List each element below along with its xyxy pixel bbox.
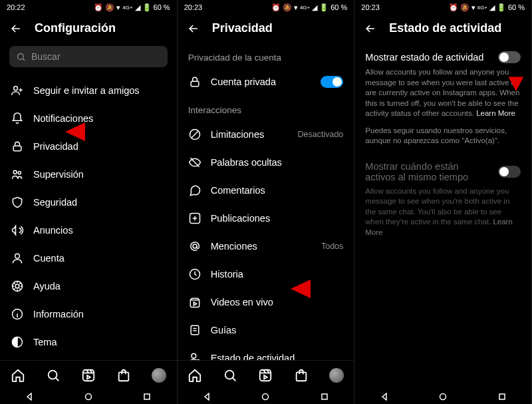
row-privacidad[interactable]: Privacidad [0,132,177,160]
slash-circle-icon [188,128,201,141]
row-cuenta-privada[interactable]: Cuenta privada [178,68,354,96]
shop-icon[interactable] [116,368,131,383]
sys-home-icon[interactable] [261,393,269,401]
sys-recent-icon[interactable] [321,393,329,401]
sys-back-icon[interactable] [25,393,33,401]
page-title: Configuración [35,21,116,35]
row-label: Limitaciones [211,129,289,140]
sys-back-icon[interactable] [203,393,211,401]
row-limitaciones[interactable]: Limitaciones Desactivado [178,120,354,148]
row-videos-vivo[interactable]: Videos en vivo [178,288,354,316]
row-notificaciones[interactable]: Notificaciones [0,104,177,132]
profile-avatar[interactable] [152,368,166,383]
home-icon[interactable] [188,368,202,383]
search-nav-icon[interactable] [223,368,237,383]
svg-rect-12 [119,372,129,381]
mute-icon: 🔕 [283,3,292,12]
row-label: Anuncios [33,225,166,236]
row-seguir[interactable]: Seguir e invitar a amigos [0,77,177,104]
shop-icon[interactable] [294,368,309,383]
svg-point-1 [14,87,18,91]
row-menciones[interactable]: Menciones Todos [178,232,354,260]
section-account-privacy: Privacidad de la cuenta [178,43,354,68]
row-guias[interactable]: Guías [178,316,354,344]
page-header: Configuración [0,15,177,43]
sys-recent-icon[interactable] [498,393,506,401]
setting-label: Mostrar estado de actividad [365,52,483,63]
network-text: 4G+ [477,5,487,11]
search-nav-icon[interactable] [46,368,61,383]
row-label: Privacidad [33,141,166,152]
toggle-show-activity[interactable] [498,51,521,63]
page-header: Privacidad [178,15,354,43]
sys-home-icon[interactable] [84,393,92,401]
status-icons: ⏰ 🔕 ▾ 4G+ ◢ 🔋 60 % [94,3,170,12]
row-informacion[interactable]: Información [0,300,177,328]
reels-icon[interactable] [258,368,273,383]
back-icon[interactable] [364,22,377,35]
svg-point-24 [225,370,234,379]
screen-privacidad: 20:23 ⏰ 🔕 ▾ 4G+ ◢ 🔋 60 % Privacidad Priv… [178,0,355,404]
row-label: Información [33,309,166,319]
hidden-icon [188,156,201,169]
toggle-private-account[interactable] [321,76,343,88]
battery-pct: 60 % [331,3,347,11]
history-icon [188,268,201,281]
status-icons: ⏰ 🔕 ▾ 4G+ ◢ 🔋 60 % [449,3,525,12]
battery-icon: 🔋 [142,3,152,12]
bottom-nav [0,360,177,389]
at-icon [188,240,201,253]
svg-point-27 [263,394,269,400]
svg-point-18 [193,244,197,248]
system-nav [0,389,177,404]
home-icon[interactable] [11,368,25,383]
learn-more-link[interactable]: Learn More [476,109,515,117]
shield-icon [11,196,24,209]
row-status: Desactivado [298,130,344,139]
row-supervision[interactable]: Supervisión [0,160,177,188]
svg-point-13 [85,394,91,400]
row-palabras-ocultas[interactable]: Palabras ocultas [178,148,354,176]
row-tema[interactable]: Tema [0,328,177,356]
sys-home-icon[interactable] [439,393,447,401]
setting-description-disabled: Allow accounts you follow and anyone you… [354,186,531,245]
battery-pct: 60 % [154,3,170,11]
row-label: Historia [211,269,344,280]
plus-square-icon [188,212,201,225]
svg-rect-20 [191,325,199,334]
toggle-same-chat[interactable] [498,166,521,178]
row-label: Guías [211,325,344,335]
theme-icon [11,335,24,349]
screen-estado-actividad: 20:23 ⏰ 🔕 ▾ 4G+ ◢ 🔋 60 % Estado de activ… [354,0,532,404]
svg-rect-30 [499,394,505,399]
row-status: Todos [321,242,343,251]
svg-point-21 [192,353,196,358]
svg-point-10 [48,370,57,379]
search-placeholder: Buscar [31,51,61,62]
row-label: Videos en vivo [211,297,344,307]
search-input[interactable]: Buscar [9,46,168,67]
profile-avatar[interactable] [329,368,344,383]
sys-back-icon[interactable] [380,393,388,401]
bell-icon [11,112,24,125]
status-bar: 20:23 ⏰ 🔕 ▾ 4G+ ◢ 🔋 60 % [354,0,531,15]
page-title: Estado de actividad [389,21,501,35]
reels-icon[interactable] [81,368,96,383]
row-comentarios[interactable]: Comentarios [178,176,354,204]
row-publicaciones[interactable]: Publicaciones [178,204,354,232]
battery-pct: 60 % [508,3,525,11]
row-cuenta[interactable]: Cuenta [0,244,177,272]
back-icon[interactable] [187,22,200,35]
row-seguridad[interactable]: Seguridad [0,188,177,216]
row-anuncios[interactable]: Anuncios [0,216,177,244]
page-title: Privacidad [212,21,273,35]
clock: 20:22 [7,3,25,11]
row-ayuda[interactable]: Ayuda [0,272,177,300]
back-icon[interactable] [9,22,23,35]
person-icon [11,252,24,265]
row-historia[interactable]: Historia [178,260,354,288]
svg-point-7 [15,284,19,288]
wifi-icon: ▾ [471,3,475,12]
wifi-icon: ▾ [294,3,298,12]
sys-recent-icon[interactable] [143,393,151,401]
